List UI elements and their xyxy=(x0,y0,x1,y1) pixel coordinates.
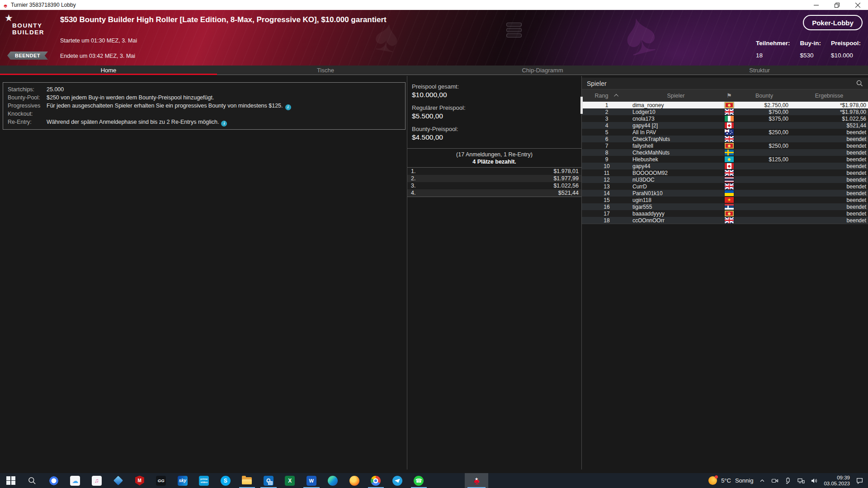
weather-widget[interactable]: 5°C Sonnig xyxy=(708,476,753,485)
player-row[interactable]: 15ugin118beendet xyxy=(582,197,868,203)
restore-button[interactable] xyxy=(826,0,847,10)
player-row[interactable]: 4gapy44 [2]$521,44 xyxy=(582,122,868,129)
info-label: Bounty-Pool: xyxy=(8,94,47,102)
player-name: dima_rooney xyxy=(632,102,720,108)
show-hidden-icons-chevron[interactable] xyxy=(759,478,765,484)
player-row[interactable]: 8CheckMahNutsbeendet xyxy=(582,149,868,156)
player-row[interactable]: 5All In PAV$250,00beendet xyxy=(582,129,868,136)
payout-place: 3. xyxy=(411,183,415,189)
players-table: 1dima_rooney$2.750,00*$1.978,002Lodger10… xyxy=(582,102,868,224)
taskbar-button-pokerstars[interactable]: ♠★ xyxy=(465,473,488,488)
taskbar-button-sky[interactable]: sky xyxy=(172,473,193,488)
tab-home[interactable]: Home xyxy=(0,66,217,75)
player-row[interactable]: 7failyshell$250,00beendet xyxy=(582,142,868,149)
flag-rs-icon xyxy=(725,204,734,210)
bounty-builder-logo: BOUNTY BUILDER xyxy=(12,22,44,36)
player-flag-cell xyxy=(720,163,738,169)
info-icon[interactable]: i xyxy=(285,104,291,110)
player-row[interactable]: 14ParaN01k10beendet xyxy=(582,190,868,197)
column-rank[interactable]: Rang xyxy=(582,93,632,99)
taskbar-button-icloud[interactable]: ☁ xyxy=(65,473,86,488)
tab-chip-diagramm[interactable]: Chip-Diagramm xyxy=(434,66,651,75)
stat-value: $10.000 xyxy=(831,52,861,59)
flag-gb-icon xyxy=(725,136,734,142)
taskbar-button-photos-diamond[interactable] xyxy=(108,473,129,488)
scrollbar-thumb[interactable] xyxy=(580,97,583,114)
taskbar-button-edge[interactable] xyxy=(322,473,344,488)
meet-now-icon[interactable] xyxy=(771,477,778,484)
volume-icon[interactable] xyxy=(811,477,818,484)
player-row[interactable]: 13CurrDbeendet xyxy=(582,183,868,190)
tournament-stat: Buy-in:$530 xyxy=(800,40,821,59)
taskbar-button-skype[interactable]: S xyxy=(215,473,236,488)
column-bounty[interactable]: Bounty xyxy=(738,93,790,99)
taskbar-button-prime-video[interactable]: prime video xyxy=(193,473,215,488)
player-rank: 16 xyxy=(582,204,632,210)
player-row[interactable]: 16tigar555beendet xyxy=(582,203,868,210)
taskbar-button-file-explorer[interactable] xyxy=(236,473,258,488)
players-header: Spieler xyxy=(582,78,868,89)
close-button[interactable] xyxy=(847,0,868,10)
taskbar-button-ggpoker[interactable]: GG xyxy=(151,473,172,488)
whatsapp-icon: ☎ xyxy=(414,476,424,486)
player-name: ugin118 xyxy=(632,197,720,203)
player-result: beendet xyxy=(790,156,868,163)
player-row[interactable]: 3cnola173$375,00$1.022,56 xyxy=(582,115,868,122)
clock[interactable]: 09:39 03.05.2023 xyxy=(824,475,850,487)
taskbar-button-mcafee[interactable]: M xyxy=(129,473,151,488)
player-flag-cell xyxy=(720,116,738,122)
taskbar-button-itunes[interactable]: ♫ xyxy=(86,473,108,488)
star-icon: ★ xyxy=(5,13,13,23)
network-icon[interactable] xyxy=(797,477,805,484)
entries-note: (17 Anmeldungen, 1 Re-Entry) xyxy=(407,151,581,158)
decorative-spade-icon: ♠ xyxy=(617,10,661,65)
action-center-icon[interactable] xyxy=(856,477,863,484)
taskbar-button-telegram[interactable] xyxy=(387,473,408,488)
flag-ua-icon xyxy=(725,190,734,196)
search-icon[interactable] xyxy=(856,80,863,87)
player-flag-cell xyxy=(720,183,738,189)
taskbar-button-whatsapp[interactable]: ☎ xyxy=(408,473,430,488)
info-icon[interactable]: i xyxy=(221,121,227,127)
taskbar-button-word[interactable]: W xyxy=(301,473,322,488)
player-row[interactable]: 17baaaaddyyyybeendet xyxy=(582,210,868,217)
player-row[interactable]: 18ccOOnnOOrrbeendet xyxy=(582,217,868,224)
tournament-banner: ♠ ♠ ★ BOUNTY BUILDER $530 Bounty Builder… xyxy=(0,10,868,66)
taskbar-button-search[interactable] xyxy=(22,473,43,488)
column-flag[interactable]: ⚑ xyxy=(720,92,738,99)
poker-lobby-button[interactable]: Poker-Lobby xyxy=(803,15,863,30)
player-row[interactable]: 2Lodger10$750,00*$1.978,00 xyxy=(582,108,868,115)
player-row[interactable]: 9Hlebushek$125,00beendet xyxy=(582,156,868,163)
windows-start-icon xyxy=(6,476,15,485)
taskbar-button-start[interactable] xyxy=(0,473,22,488)
player-row[interactable]: 11BOOOOOM92beendet xyxy=(582,169,868,176)
taskbar-button-outlook[interactable]: O xyxy=(258,473,279,488)
player-row[interactable]: 1dima_rooney$2.750,00*$1.978,00 xyxy=(582,102,868,108)
taskbar-button-signal[interactable] xyxy=(43,473,65,488)
player-row[interactable]: 10gapy44beendet xyxy=(582,163,868,169)
player-flag-cell xyxy=(720,177,738,183)
prize-pool-block: Preispool gesamt:$10.000,00 xyxy=(407,83,581,99)
player-result: beendet xyxy=(790,177,868,183)
taskbar-button-excel[interactable]: X xyxy=(279,473,301,488)
taskbar-button-chrome[interactable] xyxy=(365,473,387,488)
tab-tische[interactable]: Tische xyxy=(217,66,434,75)
player-name: BOOOOOM92 xyxy=(632,170,720,176)
column-results[interactable]: Ergebnisse xyxy=(790,93,868,99)
player-name: gapy44 [2] xyxy=(632,122,720,129)
player-rank: 18 xyxy=(582,217,632,224)
stat-label: Buy-in: xyxy=(800,40,821,47)
player-name: ccOOnnOOrr xyxy=(632,217,720,224)
player-name: nU3DOC xyxy=(632,177,720,183)
usb-eject-icon[interactable] xyxy=(784,477,792,484)
player-row[interactable]: 12nU3DOCbeendet xyxy=(582,176,868,183)
player-flag-cell xyxy=(720,136,738,142)
tab-struktur[interactable]: Struktur xyxy=(651,66,868,75)
player-name: ParaN01k10 xyxy=(632,190,720,197)
player-row[interactable]: 6CheckTrapNutsbeendet xyxy=(582,136,868,142)
taskbar-button-firefox[interactable] xyxy=(344,473,365,488)
tournament-stat: Teilnehmer:18 xyxy=(756,40,790,59)
player-result: beendet xyxy=(790,143,868,149)
column-player[interactable]: Spieler xyxy=(632,93,720,99)
minimize-button[interactable] xyxy=(806,0,826,10)
